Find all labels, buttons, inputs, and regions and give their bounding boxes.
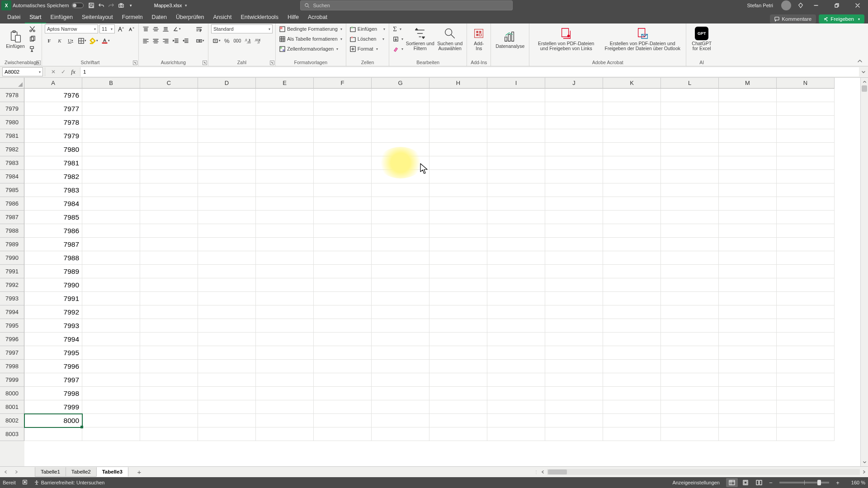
cell[interactable]	[661, 278, 719, 292]
column-header[interactable]: C	[140, 78, 198, 89]
cell[interactable]	[198, 265, 256, 278]
orientation-icon[interactable]: ▾	[171, 24, 182, 33]
cell[interactable]	[314, 387, 372, 400]
cell[interactable]	[719, 116, 777, 129]
cell[interactable]	[487, 373, 545, 387]
cell[interactable]	[777, 373, 835, 387]
cell[interactable]	[140, 346, 198, 360]
cell[interactable]	[314, 346, 372, 360]
cell[interactable]	[487, 170, 545, 183]
tab-formeln[interactable]: Formeln	[118, 11, 147, 23]
cell[interactable]	[198, 211, 256, 224]
dialog-launcher-icon[interactable]: ⬊	[270, 61, 274, 65]
cell[interactable]	[198, 373, 256, 387]
cell[interactable]	[256, 143, 314, 156]
cell[interactable]	[777, 319, 835, 333]
cell[interactable]	[372, 414, 429, 427]
cell[interactable]	[314, 305, 372, 319]
cell[interactable]	[82, 346, 140, 360]
add-sheet-button[interactable]: +	[133, 468, 146, 476]
undo-icon[interactable]	[96, 0, 106, 10]
column-header[interactable]: F	[314, 78, 372, 89]
cell[interactable]	[256, 427, 314, 441]
cell[interactable]	[198, 278, 256, 292]
row-header[interactable]: 8000	[0, 387, 24, 400]
addins-button[interactable]: Add- Ins	[470, 24, 488, 53]
cell[interactable]	[603, 116, 661, 129]
tab-acrobat[interactable]: Acrobat	[303, 11, 332, 23]
cell[interactable]	[661, 427, 719, 441]
increase-decimal-icon[interactable]: ,0,00	[243, 36, 252, 45]
diamond-icon[interactable]	[796, 0, 806, 10]
cell[interactable]	[256, 265, 314, 278]
cell[interactable]	[140, 305, 198, 319]
cell[interactable]	[140, 143, 198, 156]
cell[interactable]	[545, 360, 603, 373]
cell[interactable]	[198, 170, 256, 183]
cell[interactable]	[545, 265, 603, 278]
cell[interactable]	[603, 251, 661, 265]
cell[interactable]	[140, 333, 198, 346]
cell[interactable]	[719, 305, 777, 319]
cell[interactable]	[256, 373, 314, 387]
cell[interactable]	[603, 319, 661, 333]
cell[interactable]	[719, 373, 777, 387]
cell[interactable]	[256, 156, 314, 170]
cell[interactable]	[429, 183, 487, 197]
data-analysis-button[interactable]: Datenanalyse	[494, 24, 526, 53]
select-all-button[interactable]	[0, 78, 24, 89]
cell[interactable]	[198, 319, 256, 333]
decrease-indent-icon[interactable]	[171, 36, 180, 45]
cell[interactable]	[719, 129, 777, 143]
row-header[interactable]: 7990	[0, 251, 24, 265]
italic-icon[interactable]: K	[55, 36, 64, 45]
pdf-share-links-button[interactable]: Erstellen von PDF-Dateien und Freigeben …	[532, 24, 600, 53]
cell[interactable]	[140, 211, 198, 224]
hscroll-thumb[interactable]	[548, 469, 567, 474]
row-header[interactable]: 7981	[0, 129, 24, 143]
sheet-tab[interactable]: Tabelle3	[96, 467, 128, 477]
cell[interactable]	[487, 116, 545, 129]
scroll-down-icon[interactable]	[861, 459, 868, 466]
cell[interactable]	[661, 156, 719, 170]
cell[interactable]	[372, 116, 429, 129]
row-header[interactable]: 7982	[0, 143, 24, 156]
cell[interactable]	[603, 400, 661, 414]
cell[interactable]	[487, 238, 545, 251]
row-header[interactable]: 7986	[0, 197, 24, 211]
cell[interactable]	[314, 251, 372, 265]
cell[interactable]	[487, 102, 545, 116]
cell[interactable]	[140, 183, 198, 197]
cell[interactable]: 7981	[24, 156, 82, 170]
row-header[interactable]: 8002	[0, 414, 24, 427]
cell[interactable]	[719, 251, 777, 265]
cell[interactable]	[24, 427, 82, 441]
sheet-nav-prev-icon[interactable]	[0, 467, 11, 477]
cell[interactable]	[314, 102, 372, 116]
cell[interactable]	[545, 319, 603, 333]
cell[interactable]	[198, 183, 256, 197]
enter-icon[interactable]: ✓	[58, 67, 68, 76]
cell[interactable]: 7983	[24, 183, 82, 197]
cell[interactable]	[82, 89, 140, 102]
cell[interactable]	[545, 211, 603, 224]
autosum-icon[interactable]: Σ▾	[392, 24, 404, 33]
page-layout-view-icon[interactable]	[740, 478, 751, 487]
cell[interactable]	[82, 373, 140, 387]
cell[interactable]	[777, 387, 835, 400]
cell[interactable]	[487, 400, 545, 414]
format-as-table-button[interactable]: Als Tabelle formatieren▾	[278, 34, 343, 43]
cell[interactable]	[140, 414, 198, 427]
cell[interactable]	[82, 238, 140, 251]
cell[interactable]	[372, 238, 429, 251]
format-cells-button[interactable]: Format▾	[349, 44, 386, 53]
cell[interactable]	[545, 156, 603, 170]
column-header[interactable]: I	[487, 78, 545, 89]
cell[interactable]	[256, 238, 314, 251]
font-name-combo[interactable]: Aptos Narrow▾	[45, 24, 98, 33]
hscroll-track[interactable]	[547, 469, 860, 475]
cell[interactable]	[198, 116, 256, 129]
cell[interactable]	[198, 414, 256, 427]
cell[interactable]	[314, 89, 372, 102]
cell[interactable]	[372, 224, 429, 238]
